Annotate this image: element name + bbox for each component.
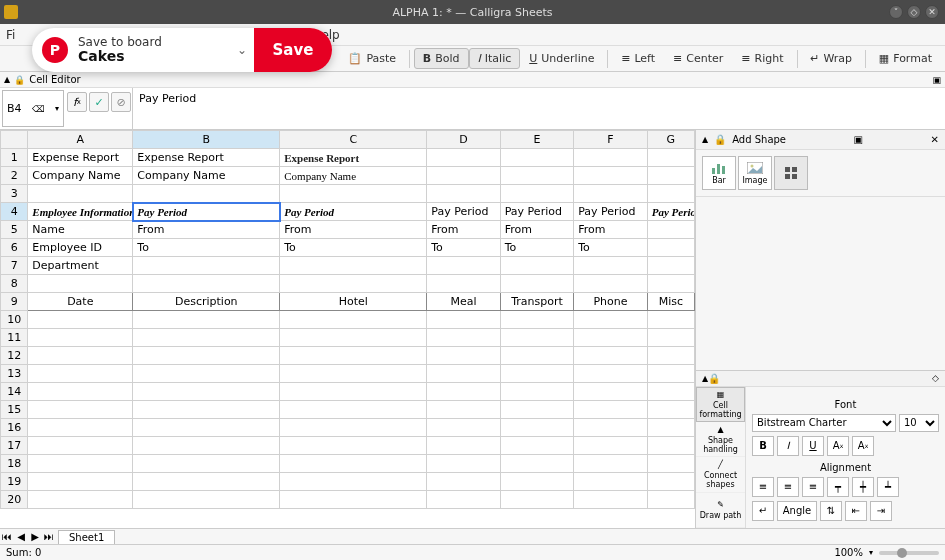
- cell-C9[interactable]: Hotel: [280, 293, 427, 311]
- paste-button[interactable]: 📋Paste: [339, 48, 405, 69]
- cell-D1[interactable]: [427, 149, 500, 167]
- cell-D7[interactable]: [427, 257, 500, 275]
- cell-C19[interactable]: [280, 473, 427, 491]
- cell-F10[interactable]: [574, 311, 647, 329]
- cell-D3[interactable]: [427, 185, 500, 203]
- window-close-icon[interactable]: ✕: [925, 5, 939, 19]
- zoom-level[interactable]: 100%: [834, 547, 863, 558]
- spreadsheet-grid[interactable]: ABCDEFG1Expense ReportExpense ReportExpe…: [0, 130, 695, 528]
- cell-G10[interactable]: [647, 311, 694, 329]
- cell-D4[interactable]: Pay Period: [427, 203, 500, 221]
- halign-left-button[interactable]: ≡: [752, 477, 774, 497]
- tool-draw-path[interactable]: ✎Draw path: [696, 493, 745, 528]
- cell-C20[interactable]: [280, 491, 427, 509]
- cell-D15[interactable]: [427, 401, 500, 419]
- cell-F7[interactable]: [574, 257, 647, 275]
- cell-B17[interactable]: [133, 437, 280, 455]
- chevron-down-icon[interactable]: ▾: [869, 548, 873, 557]
- cell-G6[interactable]: [647, 239, 694, 257]
- cell-B14[interactable]: [133, 383, 280, 401]
- cell-A10[interactable]: [28, 311, 133, 329]
- cell-C6[interactable]: To: [280, 239, 427, 257]
- cell-D13[interactable]: [427, 365, 500, 383]
- cell-G5[interactable]: [647, 221, 694, 239]
- halign-right-button[interactable]: ≡: [802, 477, 824, 497]
- cell-B9[interactable]: Description: [133, 293, 280, 311]
- font-family-select[interactable]: Bitstream Charter: [752, 414, 896, 432]
- cancel-button[interactable]: ⊘: [111, 92, 131, 112]
- cell-E14[interactable]: [500, 383, 573, 401]
- cell-G7[interactable]: [647, 257, 694, 275]
- indent-increase-button[interactable]: ⇥: [870, 501, 892, 521]
- cell-E7[interactable]: [500, 257, 573, 275]
- cell-E6[interactable]: To: [500, 239, 573, 257]
- formula-input[interactable]: Pay Period: [132, 88, 945, 129]
- zoom-slider[interactable]: [879, 551, 939, 555]
- diamond-icon[interactable]: ◇: [932, 373, 939, 383]
- bold-button[interactable]: BBold: [414, 48, 469, 69]
- cell-A8[interactable]: [28, 275, 133, 293]
- tool-cell-formatting[interactable]: ▦Cell formatting: [696, 387, 745, 423]
- window-minimize-icon[interactable]: ˅: [889, 5, 903, 19]
- cell-G3[interactable]: [647, 185, 694, 203]
- cell-D10[interactable]: [427, 311, 500, 329]
- sheet-nav-last[interactable]: ⏭: [42, 531, 56, 542]
- cell-D5[interactable]: From: [427, 221, 500, 239]
- lock-icon[interactable]: 🔒: [708, 373, 720, 384]
- italic-button[interactable]: IItalic: [469, 48, 521, 69]
- cell-F12[interactable]: [574, 347, 647, 365]
- cell-B10[interactable]: [133, 311, 280, 329]
- wrap-button[interactable]: ↵Wrap: [801, 48, 861, 69]
- vertical-text-button[interactable]: ⇅: [820, 501, 842, 521]
- shape-image[interactable]: Image: [738, 156, 772, 190]
- cell-D8[interactable]: [427, 275, 500, 293]
- sheet-tab-1[interactable]: Sheet1: [58, 530, 115, 544]
- sheet-nav-next[interactable]: ▶: [28, 531, 42, 542]
- cell-C11[interactable]: [280, 329, 427, 347]
- tool-connect-shapes[interactable]: ╱Connect shapes: [696, 457, 745, 492]
- cell-G2[interactable]: [647, 167, 694, 185]
- cell-A14[interactable]: [28, 383, 133, 401]
- cell-F19[interactable]: [574, 473, 647, 491]
- row-header-1[interactable]: 1: [1, 149, 28, 167]
- cell-E19[interactable]: [500, 473, 573, 491]
- cell-E1[interactable]: [500, 149, 573, 167]
- cell-G1[interactable]: [647, 149, 694, 167]
- cell-A3[interactable]: [28, 185, 133, 203]
- cell-F2[interactable]: [574, 167, 647, 185]
- cell-C10[interactable]: [280, 311, 427, 329]
- cell-B18[interactable]: [133, 455, 280, 473]
- cell-A12[interactable]: [28, 347, 133, 365]
- cell-C14[interactable]: [280, 383, 427, 401]
- window-maximize-icon[interactable]: ◇: [907, 5, 921, 19]
- pinterest-board-selector[interactable]: Save to board Cakes: [78, 36, 230, 65]
- cell-F15[interactable]: [574, 401, 647, 419]
- cell-A15[interactable]: [28, 401, 133, 419]
- row-header-5[interactable]: 5: [1, 221, 28, 239]
- cell-A13[interactable]: [28, 365, 133, 383]
- cell-C8[interactable]: [280, 275, 427, 293]
- row-header-11[interactable]: 11: [1, 329, 28, 347]
- cell-F14[interactable]: [574, 383, 647, 401]
- cell-C15[interactable]: [280, 401, 427, 419]
- cell-F5[interactable]: From: [574, 221, 647, 239]
- cell-F1[interactable]: [574, 149, 647, 167]
- cell-A2[interactable]: Company Name: [28, 167, 133, 185]
- cell-E17[interactable]: [500, 437, 573, 455]
- cell-D18[interactable]: [427, 455, 500, 473]
- cell-G18[interactable]: [647, 455, 694, 473]
- cell-E9[interactable]: Transport: [500, 293, 573, 311]
- accept-button[interactable]: ✓: [89, 92, 109, 112]
- valign-middle-button[interactable]: ┿: [852, 477, 874, 497]
- cell-A20[interactable]: [28, 491, 133, 509]
- cell-D11[interactable]: [427, 329, 500, 347]
- cell-C13[interactable]: [280, 365, 427, 383]
- cell-B2[interactable]: Company Name: [133, 167, 280, 185]
- angle-button[interactable]: Angle: [777, 501, 817, 521]
- cell-D19[interactable]: [427, 473, 500, 491]
- column-header-A[interactable]: A: [28, 131, 133, 149]
- cell-E12[interactable]: [500, 347, 573, 365]
- triangle-up-icon[interactable]: ▲: [4, 75, 10, 84]
- cell-G16[interactable]: [647, 419, 694, 437]
- cell-E4[interactable]: Pay Period: [500, 203, 573, 221]
